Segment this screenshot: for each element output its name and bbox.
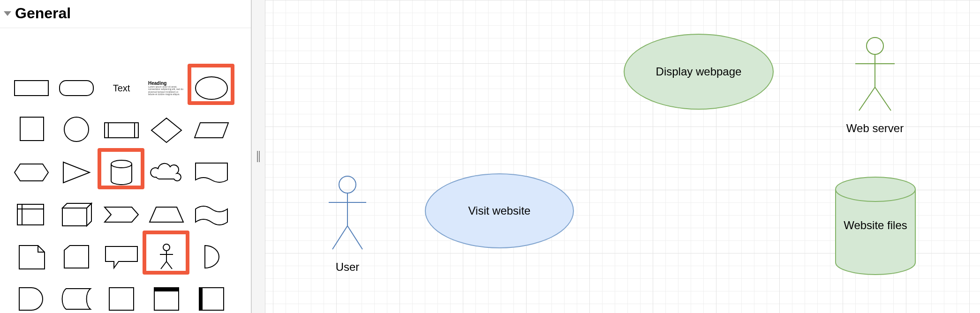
- svg-point-4: [64, 117, 89, 142]
- node-website-files[interactable]: Website files: [826, 174, 925, 280]
- diagram-canvas[interactable]: User Visit website Display webpage Web s…: [265, 0, 980, 313]
- svg-line-42: [332, 226, 347, 249]
- node-display-webpage-label: Display webpage: [656, 65, 742, 78]
- shape-document[interactable]: [190, 156, 233, 189]
- shape-cloud[interactable]: [145, 156, 188, 189]
- shape-textbox[interactable]: Heading Lorem ipsum dolor sit amet, cons…: [145, 71, 188, 105]
- svg-marker-8: [151, 118, 181, 142]
- svg-rect-27: [154, 288, 179, 291]
- shape-trapezoid[interactable]: [145, 198, 188, 231]
- svg-rect-28: [199, 288, 224, 310]
- svg-rect-29: [199, 288, 203, 310]
- node-display-webpage[interactable]: Display webpage: [624, 34, 774, 110]
- section-title: General: [15, 5, 71, 22]
- svg-marker-18: [105, 207, 138, 222]
- node-website-files-label: Website files: [826, 218, 925, 232]
- shape-cube[interactable]: [55, 198, 98, 231]
- shape-and[interactable]: [10, 282, 53, 313]
- svg-rect-3: [20, 117, 44, 141]
- shape-parallelogram[interactable]: [190, 113, 233, 147]
- svg-line-47: [859, 87, 875, 111]
- shapes-sidebar: General Text Heading Lorem ipsum dolor s…: [0, 0, 251, 313]
- section-header-general[interactable]: General: [0, 0, 251, 28]
- svg-marker-19: [150, 207, 183, 222]
- node-user-actor[interactable]: User: [315, 174, 380, 274]
- svg-marker-10: [15, 164, 48, 181]
- node-web-server-actor[interactable]: Web server: [837, 36, 912, 135]
- svg-marker-17: [87, 203, 91, 226]
- shape-circle[interactable]: [55, 113, 98, 147]
- node-visit-website[interactable]: Visit website: [425, 173, 574, 248]
- sidebar-splitter[interactable]: [251, 0, 265, 313]
- shape-diamond[interactable]: [145, 113, 188, 147]
- shape-or[interactable]: [190, 240, 233, 274]
- svg-point-20: [163, 244, 170, 251]
- actor-icon: [315, 174, 380, 254]
- svg-marker-11: [63, 162, 90, 183]
- svg-rect-1: [60, 81, 93, 96]
- svg-point-39: [339, 176, 356, 193]
- actor-icon: [837, 36, 912, 115]
- shape-internal-storage[interactable]: [10, 198, 53, 231]
- shape-data-storage[interactable]: [55, 282, 98, 313]
- svg-point-44: [867, 37, 883, 54]
- svg-line-24: [166, 261, 172, 269]
- svg-rect-0: [15, 81, 48, 96]
- shape-rounded-rectangle[interactable]: [55, 71, 98, 105]
- lorem-text: Lorem ipsum dolor sit amet, consectetur …: [148, 86, 185, 96]
- collapse-triangle-icon: [4, 11, 11, 16]
- shape-callout[interactable]: [100, 240, 143, 274]
- shape-process[interactable]: [100, 113, 143, 147]
- node-web-server-label: Web server: [837, 122, 912, 135]
- svg-line-48: [875, 87, 891, 111]
- shape-vertical-container[interactable]: [145, 282, 188, 313]
- shape-ellipse[interactable]: [190, 71, 233, 105]
- svg-point-2: [196, 77, 227, 99]
- splitter-grip-icon: [257, 151, 260, 162]
- shape-palette: Text Heading Lorem ipsum dolor sit amet,…: [0, 28, 251, 37]
- svg-marker-15: [62, 208, 87, 226]
- shape-rectangle[interactable]: [10, 71, 53, 105]
- shape-horizontal-container[interactable]: [190, 282, 233, 313]
- node-visit-website-label: Visit website: [468, 204, 531, 217]
- shape-note[interactable]: [10, 240, 53, 274]
- shape-triangle[interactable]: [55, 156, 98, 189]
- shape-cylinder[interactable]: [100, 156, 143, 189]
- shape-text-label: Text: [113, 83, 130, 94]
- svg-rect-25: [109, 288, 134, 310]
- shape-container[interactable]: [100, 282, 143, 313]
- shape-card[interactable]: [55, 240, 98, 274]
- svg-line-43: [347, 226, 362, 249]
- svg-marker-9: [195, 123, 228, 138]
- shape-square[interactable]: [10, 113, 53, 147]
- shape-hexagon[interactable]: [10, 156, 53, 189]
- shape-tape[interactable]: [190, 198, 233, 231]
- svg-rect-5: [105, 123, 138, 138]
- node-user-label: User: [315, 261, 380, 274]
- shape-step[interactable]: [100, 198, 143, 231]
- svg-line-23: [161, 261, 166, 269]
- svg-rect-12: [17, 204, 44, 225]
- shape-text[interactable]: Text: [100, 71, 143, 105]
- shape-actor[interactable]: [145, 240, 188, 274]
